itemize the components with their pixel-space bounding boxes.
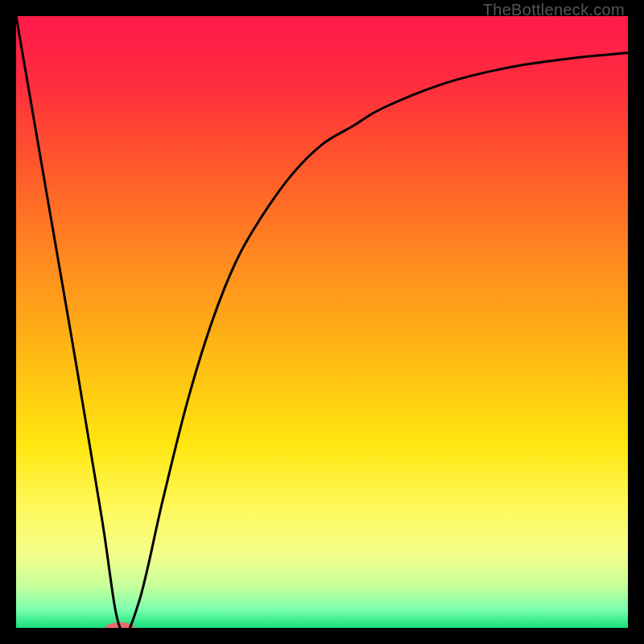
gradient-background: [16, 16, 628, 628]
chart-frame: [16, 16, 628, 628]
watermark-text: TheBottleneck.com: [483, 1, 625, 19]
chart-plot: [16, 16, 628, 628]
